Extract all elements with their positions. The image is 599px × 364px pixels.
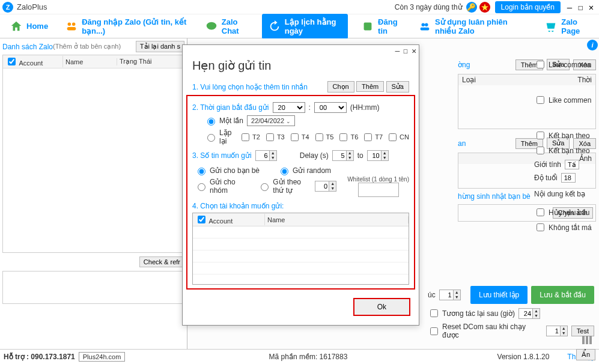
maximize-icon[interactable]: ☐ <box>575 2 586 12</box>
modal-choose-button[interactable]: Chọn <box>327 81 354 93</box>
tab-login-zalo[interactable]: Đăng nhập Zalo (Gửi tin, kết bạn...) <box>61 14 192 39</box>
modal-select-all-checkbox[interactable] <box>198 216 205 223</box>
t5-checkbox[interactable] <box>315 133 323 141</box>
modal-edit-button[interactable]: Sửa <box>386 81 409 93</box>
hour-select[interactable]: 20 <box>273 102 305 113</box>
order-input[interactable] <box>315 182 329 190</box>
count-input[interactable] <box>256 151 269 160</box>
modal-minimize-icon[interactable]: — <box>395 46 400 55</box>
no-shutdown-label: Không tắt má <box>549 223 592 232</box>
plus24h-link[interactable]: Plus24h.com <box>79 352 126 362</box>
modal-maximize-icon[interactable]: ☐ <box>403 46 408 55</box>
once-radio[interactable] <box>207 118 215 126</box>
send-random-radio[interactable] <box>281 168 288 175</box>
select-all-checkbox[interactable] <box>8 58 16 65</box>
like-comment-checkbox-1[interactable] <box>537 61 544 68</box>
interact-again-label: Tương tác lại sau (giờ) <box>442 309 515 318</box>
reset-count-input[interactable] <box>547 327 560 335</box>
ketban-checkbox-2[interactable] <box>537 147 544 154</box>
interact-hours-stepper[interactable]: ▲▼ <box>518 308 540 319</box>
t2-checkbox[interactable] <box>242 133 249 141</box>
key-icon[interactable]: 🔑 <box>466 2 477 13</box>
tab-post[interactable]: Đăng tin <box>357 14 405 39</box>
tab-schedule[interactable]: Lập lịch hằng ngày <box>262 14 348 39</box>
svg-point-1 <box>68 22 71 26</box>
no-shutdown-checkbox[interactable] <box>537 223 544 231</box>
cancel-request-checkbox[interactable] <box>537 208 544 216</box>
hide-button[interactable]: Ẩn <box>576 349 595 360</box>
count-stepper[interactable]: ▲▼ <box>255 150 277 161</box>
login-button[interactable]: Login bản quyền <box>495 1 561 13</box>
modal-title: Hẹn giờ gửi tin <box>183 56 419 79</box>
minimize-icon[interactable]: — <box>564 2 575 12</box>
like-comment-checkbox-2[interactable] <box>537 96 544 104</box>
software-code: Mã phần mềm: 1617883 <box>269 353 348 361</box>
send-friends-radio[interactable] <box>198 168 205 175</box>
delay-to-stepper[interactable]: ▲▼ <box>367 150 389 161</box>
tab-multi-zalo[interactable]: Sử dụng luân phiên nhiều Zalo <box>415 14 531 39</box>
delay-from-input[interactable] <box>333 151 346 160</box>
cancel-request-label: Hủy yêu cầu <box>549 208 589 217</box>
t7-checkbox[interactable] <box>364 133 372 141</box>
cn-label: CN <box>400 133 409 141</box>
t5-label: T5 <box>326 133 334 141</box>
t6-checkbox[interactable] <box>339 133 347 141</box>
reset-dcom-label: Reset DCom sau khi chạy được <box>442 323 543 339</box>
minute-select[interactable]: 00 <box>314 102 347 113</box>
send-order-radio[interactable] <box>261 183 269 191</box>
save-start-button[interactable]: Lưu & bắt đầu <box>531 286 594 304</box>
zalo-list-table[interactable]: Account Name Trạng Thái <box>2 55 184 253</box>
step3-label: 3. Số tin muốn gửi <box>192 151 252 160</box>
delay-to-input[interactable] <box>368 151 381 160</box>
flag-vn-icon[interactable] <box>479 2 490 13</box>
order-stepper[interactable]: ▲▼ <box>315 181 336 192</box>
interact-hours-input[interactable] <box>519 309 532 318</box>
tab-zalo-chat[interactable]: Zalo Chat <box>201 14 252 39</box>
uc-stepper[interactable]: ▲▼ <box>439 290 461 300</box>
cart-icon <box>544 20 558 33</box>
cn-checkbox[interactable] <box>389 133 397 141</box>
svg-point-2 <box>72 22 76 26</box>
chat-icon <box>205 20 218 33</box>
check-refresh-button[interactable]: Check & refr <box>139 256 184 267</box>
send-random-label: Gửi random <box>293 166 331 175</box>
reset-dcom-checkbox[interactable] <box>430 327 438 335</box>
uc-input[interactable] <box>440 291 453 299</box>
reset-count-stepper[interactable]: ▲▼ <box>546 326 568 336</box>
test-button[interactable]: Test <box>571 326 594 336</box>
ok-button[interactable]: Ok <box>353 298 410 316</box>
tab-zalo-page[interactable]: Zalo Page <box>541 14 593 39</box>
step2-label: 2. Thời gian bắt đầu gửi <box>192 103 269 112</box>
modal-close-icon[interactable]: ✕ <box>412 46 416 55</box>
once-label: Một lần <box>219 117 243 125</box>
info-icon[interactable]: i <box>587 40 598 50</box>
modal-add-button[interactable]: Thêm <box>356 81 384 92</box>
post-icon <box>361 20 374 33</box>
home-icon <box>10 20 23 33</box>
version-label: Version 1.8.1.20 <box>497 353 550 361</box>
tab-home[interactable]: Home <box>6 16 52 37</box>
svg-rect-8 <box>421 27 430 30</box>
reload-list-button[interactable]: Tải lại danh s <box>136 41 184 52</box>
t4-label: T4 <box>302 133 309 141</box>
age-input[interactable] <box>561 173 576 183</box>
modal-account-table[interactable]: Account Name <box>192 213 409 285</box>
t4-checkbox[interactable] <box>291 133 299 141</box>
tab-multi-label: Sử dụng luân phiên nhiều Zalo <box>435 17 528 35</box>
ketban-checkbox-1[interactable] <box>537 132 544 139</box>
save-settings-button[interactable]: Lưu thiết lập <box>470 286 528 304</box>
hhmm-hint: (HH:mm) <box>350 103 380 112</box>
delay-label: Delay (s) <box>300 151 329 160</box>
whitelist-input[interactable] <box>358 183 399 197</box>
t3-checkbox[interactable] <box>266 133 274 141</box>
send-group-radio[interactable] <box>198 183 205 191</box>
repeat-radio[interactable] <box>207 134 215 142</box>
date-picker[interactable]: 22/04/2022 <box>247 115 295 126</box>
modal-col-name: Name <box>265 216 409 223</box>
gender-select[interactable] <box>565 160 579 169</box>
delay-from-stepper[interactable]: ▲▼ <box>332 150 354 161</box>
col-account: Account <box>19 59 43 67</box>
close-icon[interactable]: ✕ <box>586 2 597 12</box>
interact-again-checkbox[interactable] <box>430 309 438 317</box>
schedule-send-dialog: — ☐ ✕ Hẹn giờ gửi tin 1. Vui lòng chọn h… <box>182 44 419 326</box>
